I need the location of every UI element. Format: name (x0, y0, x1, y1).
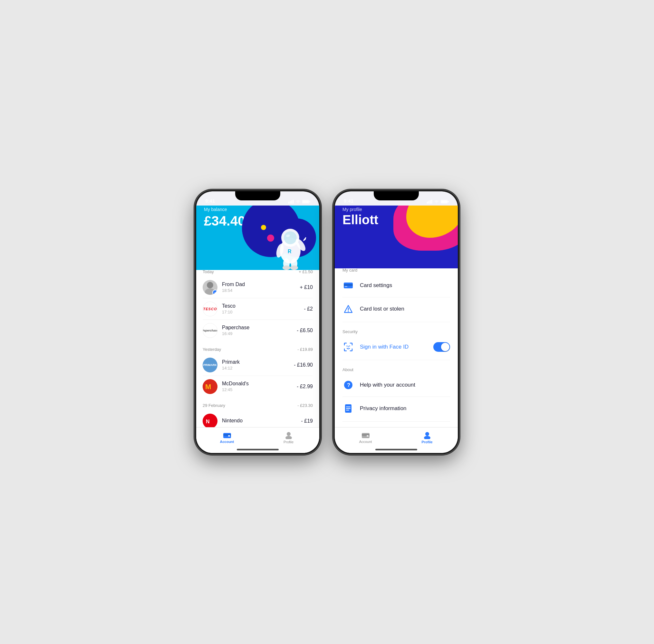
txn-primark[interactable]: PRIMARK Primark 14:12 - £16.90 (196, 354, 319, 376)
nav-label-profile-1: Profile (283, 440, 294, 444)
txn-from-dad[interactable]: ← From Dad 18:54 + £10 (196, 277, 319, 298)
wifi-icon-2 (434, 200, 439, 204)
section-line-logout (343, 421, 450, 422)
account-header: R (196, 206, 319, 270)
svg-point-59 (424, 436, 430, 439)
profile-header: My profile Elliott (335, 206, 458, 268)
txn-info-primark: Primark 14:12 (222, 359, 289, 370)
txn-avatar-dad: ← (203, 280, 217, 295)
phone-account: 9:41 (195, 190, 321, 454)
section-feb29: 29 February - £23.30 (196, 397, 319, 410)
svg-point-58 (425, 432, 429, 436)
svg-text:M: M (205, 383, 211, 391)
txn-time-dad: 18:54 (222, 288, 296, 293)
svg-text:R: R (288, 249, 291, 254)
svg-rect-40 (345, 286, 347, 287)
txn-paperchase[interactable]: Paperchase Paperchase 16:49 - £6.50 (196, 320, 319, 341)
signal-icon (288, 200, 294, 204)
svg-rect-0 (288, 202, 289, 204)
help-text: Help with your account (360, 382, 450, 388)
nav-profile[interactable]: Profile (258, 428, 319, 448)
phones-container: 9:41 (195, 190, 459, 454)
time-1: 9:41 (205, 198, 215, 204)
svg-rect-5 (303, 200, 309, 203)
svg-rect-28 (228, 435, 230, 437)
doc-svg (344, 404, 352, 413)
nav-profile-2[interactable]: Profile (396, 428, 458, 448)
paperchase-logo: Paperchase (203, 329, 217, 332)
section-yesterday: Yesterday - £19.89 (196, 341, 319, 354)
svg-point-19 (290, 266, 298, 270)
person-icon (285, 431, 292, 439)
toggle-knob (441, 343, 449, 351)
section-about-label: About (335, 362, 458, 375)
section-line-help (343, 396, 450, 397)
tesco-logo: TESCO (203, 307, 217, 311)
wallet-icon (223, 432, 231, 439)
txn-time-tesco: 17:10 (222, 309, 299, 315)
svg-point-9 (284, 231, 297, 244)
svg-rect-3 (293, 200, 294, 204)
txn-tesco[interactable]: TESCO Tesco 17:10 - £2 (196, 298, 319, 320)
txn-info-mcdonalds: McDonald's 12:45 (222, 381, 292, 392)
txn-name-tesco: Tesco (222, 303, 299, 309)
menu-card-lost[interactable]: Card lost or stolen (335, 299, 458, 319)
txn-time-primark: 14:12 (222, 366, 289, 370)
home-indicator-2 (375, 449, 417, 451)
txn-name-nintendo: Nintendo (222, 418, 297, 424)
svg-rect-36 (441, 200, 447, 203)
battery-icon-2 (441, 200, 449, 204)
menu-help[interactable]: ? Help with your account (335, 375, 458, 395)
profile-card[interactable]: My card Card settings (335, 262, 458, 453)
help-icon: ? (343, 379, 354, 391)
svg-text:N: N (206, 419, 210, 424)
wifi-icon (296, 200, 301, 204)
txn-avatar-paperchase: Paperchase (203, 323, 217, 338)
face-id-text: Sign in with Face ID (360, 344, 427, 350)
txn-info-dad: From Dad 18:54 (222, 281, 296, 293)
face-id-toggle[interactable] (433, 342, 450, 352)
txn-info-nintendo: Nintendo (222, 418, 297, 424)
menu-card-settings[interactable]: Card settings (335, 275, 458, 296)
txn-amount-tesco: - £2 (304, 306, 313, 312)
txn-time-paperchase: 16:49 (222, 331, 292, 336)
signal-icon-2 (427, 200, 433, 204)
section-amount-feb29: - £23.30 (297, 403, 313, 408)
txn-info-tesco: Tesco 17:10 (222, 303, 299, 315)
balance-label: My balance (204, 207, 311, 212)
status-icons-2 (427, 200, 449, 204)
section-security-label: Security (335, 323, 458, 337)
txn-amount-dad: + £10 (300, 284, 313, 290)
section-label-feb29: 29 February (203, 403, 225, 408)
nav-label-account-1: Account (220, 440, 234, 444)
nav-label-account-2: Account (359, 440, 372, 444)
txn-time-mcdonalds: 12:45 (222, 387, 292, 392)
svg-point-20 (207, 282, 213, 288)
txn-mcdonalds[interactable]: M McDonald's 12:45 - £2.99 (196, 376, 319, 397)
nav-account[interactable]: Account (196, 428, 258, 448)
transfer-badge: ← (212, 290, 217, 295)
svg-rect-32 (428, 201, 429, 204)
svg-rect-39 (344, 284, 353, 286)
section-label-today: Today (203, 269, 214, 274)
svg-rect-27 (223, 434, 231, 436)
time-2: 9:41 (344, 198, 353, 204)
svg-point-45 (349, 345, 350, 346)
transactions-card[interactable]: Today + £1.50 ← From Dad 18:54 + (196, 263, 319, 453)
txn-name-mcdonalds: McDonald's (222, 381, 292, 387)
svg-point-29 (287, 432, 290, 436)
svg-rect-57 (367, 435, 369, 437)
person-icon-2 (424, 431, 431, 439)
txn-amount-paperchase: - £6.50 (297, 328, 313, 334)
account-screen: 9:41 (196, 191, 319, 453)
face-id-icon (343, 341, 354, 353)
menu-privacy[interactable]: Privacy information (335, 398, 458, 419)
privacy-icon (343, 403, 354, 414)
section-amount-today: + £1.50 (299, 269, 313, 274)
svg-rect-31 (427, 202, 428, 204)
svg-rect-33 (430, 200, 431, 204)
menu-face-id[interactable]: Sign in with Face ID (335, 337, 458, 357)
svg-point-43 (348, 311, 349, 312)
txn-avatar-primark: PRIMARK (203, 358, 217, 372)
nav-account-2[interactable]: Account (335, 428, 396, 448)
